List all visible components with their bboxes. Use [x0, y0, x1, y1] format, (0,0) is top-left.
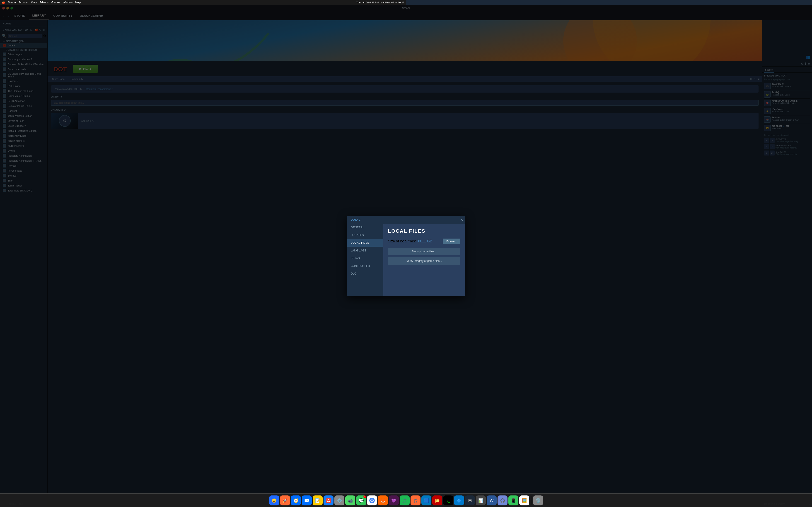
modal-overlay: DOTA 2 ✕ GENERAL UPDATES LOCAL FILES LAN… — [0, 5, 406, 253]
modal-nav-language[interactable]: LANGUAGE — [347, 247, 383, 253]
size-label: Size of local files: — [388, 239, 406, 243]
steam-window: Steam ‹ › STORE LIBRARY COMMUNITY BLACKB… — [0, 5, 406, 253]
modal-nav-local-files[interactable]: LOCAL FILES — [347, 239, 383, 247]
menubar-right: Tue Jan 26 6:33 PM blackbear69 ▼ 10.26 — [356, 1, 404, 4]
backup-button[interactable]: Backup game files... — [388, 247, 406, 253]
properties-modal: DOTA 2 ✕ GENERAL UPDATES LOCAL FILES LAN… — [347, 216, 406, 253]
account-menu[interactable]: Account — [18, 1, 28, 4]
modal-body: GENERAL UPDATES LOCAL FILES LANGUAGE BET… — [347, 224, 406, 253]
mac-menubar: 🍎 Steam Account View Friends Games Windo… — [0, 0, 406, 5]
friends-menu[interactable]: Friends — [40, 1, 49, 4]
window-menu[interactable]: Window — [63, 1, 73, 4]
local-files-size-label: Size of local files: 30.11 GB — [388, 239, 406, 243]
modal-header-bar: DOTA 2 ✕ — [347, 216, 406, 224]
view-menu[interactable]: View — [31, 1, 37, 4]
modal-content-area: LOCAL FILES Size of local files: 30.11 G… — [383, 224, 406, 253]
menubar-left: 🍎 Steam Account View Friends Games Windo… — [2, 1, 81, 4]
steam-menu[interactable]: Steam — [8, 1, 16, 4]
games-menu[interactable]: Games — [51, 1, 60, 4]
modal-title: LOCAL FILES — [388, 228, 406, 234]
modal-nav-general[interactable]: GENERAL — [347, 224, 383, 231]
modal-nav: GENERAL UPDATES LOCAL FILES LANGUAGE BET… — [347, 224, 383, 253]
modal-nav-updates[interactable]: UPDATES — [347, 231, 383, 239]
local-files-size-row: Size of local files: 30.11 GB Browse... — [388, 238, 406, 244]
menubar-time: Tue Jan 26 6:33 PM — [356, 1, 379, 4]
menubar-user: blackbear69 ▼ 10.26 — [380, 1, 404, 4]
help-menu[interactable]: Help — [75, 1, 81, 4]
modal-game-title[interactable]: DOTA 2 — [351, 218, 360, 221]
apple-menu[interactable]: 🍎 — [2, 1, 5, 4]
